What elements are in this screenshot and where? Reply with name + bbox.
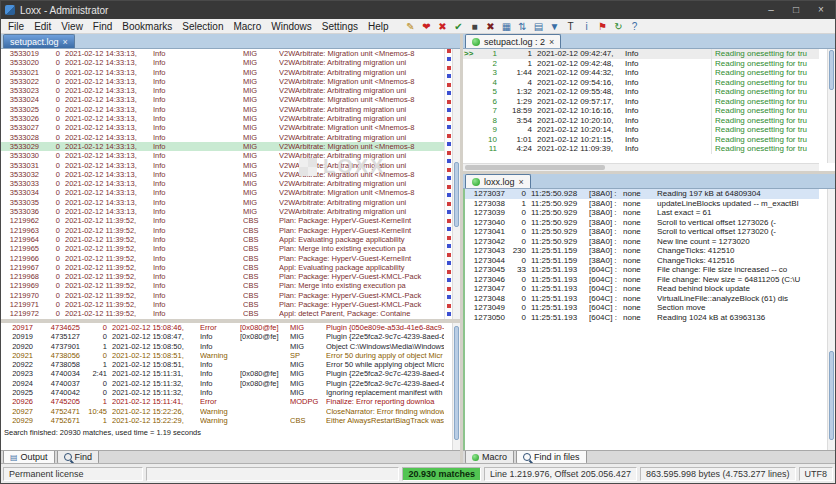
log-row[interactable]: 1219963 0 2021-02-12 11:39:52, Info CBS …: [1, 226, 444, 235]
help-icon[interactable]: ?: [628, 20, 642, 33]
log-row[interactable]: 1219967 0 2021-02-12 11:39:52, Info CBS …: [1, 263, 444, 272]
maximize-button[interactable]: □: [786, 3, 806, 17]
log-row[interactable]: 3533019 0 2021-02-12 14:33:13, Info MIG …: [1, 49, 444, 58]
log-row[interactable]: 4 4 2021-02-12 09:54:16, Info Reading on…: [463, 78, 819, 88]
log-row[interactable]: 1219971 0 2021-02-12 11:39:52, Info CBS …: [1, 300, 444, 309]
log-row[interactable]: 8 3:54 2021-02-12 10:20:10, Info Reading…: [463, 116, 819, 126]
search-result-row[interactable]: 20925 4740042 0 2021-02-12 15:11:32, Inf…: [1, 388, 444, 397]
vertical-scrollbar[interactable]: [827, 49, 835, 163]
log-row[interactable]: 1219964 0 2021-02-12 11:39:52, Info CBS …: [1, 235, 444, 244]
close-x-icon[interactable]: ✖: [436, 20, 450, 33]
log-row[interactable]: 3533024 0 2021-02-12 14:33:13, Info MIG …: [1, 95, 444, 104]
filter-icon[interactable]: ▼: [548, 20, 562, 33]
search-result-row[interactable]: 20922 4738058 1 2021-02-12 15:08:51, Inf…: [1, 360, 444, 369]
log-row[interactable]: 3533022 0 2021-02-12 14:33:13, Info MIG …: [1, 77, 444, 86]
log-row[interactable]: 1273044 0 11:25:51.159 [38A0] : none Cha…: [465, 256, 819, 266]
log-row[interactable]: 1273037 0 11:25:50.928 [38A0] : none Rea…: [465, 189, 819, 199]
log-row[interactable]: 3533028 0 2021-02-12 14:33:13, Info MIG …: [1, 133, 444, 142]
delete-icon[interactable]: ✖: [484, 20, 498, 33]
log-row[interactable]: 1219968 0 2021-02-12 11:39:52, Info CBS …: [1, 272, 444, 281]
log-row[interactable]: 1273041 0 11:25:50.929 [38A0] : none Scr…: [465, 227, 819, 237]
tab-setupact-log-2[interactable]: setupact.log : 2 ×: [465, 34, 561, 48]
minimize-button[interactable]: –: [761, 3, 781, 17]
menu-item[interactable]: Edit: [29, 21, 56, 32]
pencil-icon[interactable]: ✎: [404, 20, 418, 33]
log-row[interactable]: 3533027 0 2021-02-12 14:33:13, Info MIG …: [1, 123, 444, 132]
menu-item[interactable]: Settings: [317, 21, 363, 32]
log-row[interactable]: 1273038 1 11:25:50.929 [38A0] : none upd…: [465, 199, 819, 209]
log-row[interactable]: 3533026 0 2021-02-12 14:33:13, Info MIG …: [1, 114, 444, 123]
menu-item[interactable]: Bookmarks: [117, 21, 177, 32]
status-encoding[interactable]: UTF8: [799, 467, 834, 481]
search-result-row[interactable]: 20919 4735127 0 2021-02-12 15:08:47, Inf…: [1, 332, 444, 341]
log-row[interactable]: 1273047 0 11:25:51.193 [604C] : none Rea…: [465, 284, 819, 294]
search-result-row[interactable]: 20926 4745205 1 2021-02-12 15:11:41, Err…: [1, 397, 444, 406]
log-row[interactable]: 1273039 0 11:25:50.929 [38A0] : none Las…: [465, 208, 819, 218]
search-result-row[interactable]: 20924 4740037 0 2021-02-12 15:11:32, Inf…: [1, 379, 444, 388]
status-matches[interactable]: 20.930 matches: [402, 467, 481, 481]
search-result-row[interactable]: 20927 4752471 10:45 2021-02-12 15:22:26,…: [1, 407, 444, 416]
heart-icon[interactable]: ❤: [420, 20, 434, 33]
grid-icon[interactable]: ▦: [500, 20, 514, 33]
vertical-scrollbar[interactable]: [452, 49, 460, 319]
log-row[interactable]: 3533033 0 2021-02-12 14:33:13, Info MIG …: [1, 179, 444, 188]
menu-item[interactable]: Selection: [177, 21, 228, 32]
log-row[interactable]: 9 4 2021-02-12 10:20:14, Info Reading on…: [463, 125, 819, 135]
scrollbar-thumb[interactable]: [465, 165, 605, 170]
log-row[interactable]: 3533023 0 2021-02-12 14:33:13, Info MIG …: [1, 86, 444, 95]
log-row[interactable]: >> 1 1 2021-02-12 09:42:47, Info Reading…: [463, 49, 819, 59]
rows-icon[interactable]: ▤: [532, 20, 546, 33]
menu-item[interactable]: Help: [363, 21, 394, 32]
log-row[interactable]: 2 1 2021-02-12 09:42:48, Info Reading on…: [463, 59, 819, 69]
log-row[interactable]: 1219965 0 2021-02-12 11:39:52, Info CBS …: [1, 244, 444, 253]
sort-icon[interactable]: ⇅: [516, 20, 530, 33]
log-row[interactable]: 3 1:44 2021-02-12 09:44:32, Info Reading…: [463, 68, 819, 78]
log-row[interactable]: 1273042 0 11:25:50.929 [38A0] : none New…: [465, 237, 819, 247]
log-row[interactable]: 1273050 0 11:25:51.193 [604C] : none Rea…: [465, 313, 819, 323]
log-row[interactable]: 1273043 230 11:25:51.159 [38A0] : none C…: [465, 246, 819, 256]
menu-item[interactable]: Find: [88, 21, 117, 32]
log-row[interactable]: 7 18:59 2021-02-12 10:16:16, Info Readin…: [463, 106, 819, 116]
log-row[interactable]: 1273046 0 11:25:51.193 [604C] : none Fil…: [465, 275, 819, 285]
log-row[interactable]: 3533030 0 2021-02-12 14:33:13, Info MIG …: [1, 151, 444, 160]
search-result-row[interactable]: 20923 4740034 2:41 2021-02-12 15:11:31, …: [1, 369, 444, 378]
log-row[interactable]: 3533031 0 2021-02-12 14:33:13, Info MIG …: [1, 161, 444, 170]
log-row[interactable]: 3533020 0 2021-02-12 14:33:13, Info MIG …: [1, 58, 444, 67]
log-row[interactable]: 1273048 0 11:25:51.193 [604C] : none Vir…: [465, 294, 819, 304]
refresh-icon[interactable]: ↻: [612, 20, 626, 33]
tab-close-icon[interactable]: ×: [519, 177, 524, 187]
text-icon[interactable]: T: [564, 20, 578, 33]
tab-setupact-log[interactable]: setupact.log ×: [3, 34, 75, 48]
log-row[interactable]: 10 1:01 2021-02-12 10:21:15, Info Readin…: [463, 135, 819, 145]
log-row[interactable]: 1273045 33 11:25:51.193 [604C] : none Fi…: [465, 265, 819, 275]
log-row[interactable]: 5 1:32 2021-02-12 09:55:48, Info Reading…: [463, 87, 819, 97]
bookmark-strip[interactable]: [444, 49, 452, 319]
horizontal-scrollbar[interactable]: [463, 163, 819, 171]
tab-close-icon[interactable]: ×: [63, 37, 68, 47]
log-row[interactable]: 1219969 0 2021-02-12 11:39:52, Info CBS …: [1, 281, 444, 290]
log-row[interactable]: 1219962 0 2021-02-12 11:39:52, Info CBS …: [1, 216, 444, 225]
log-row[interactable]: 3533036 0 2021-02-12 14:33:13, Info MIG …: [1, 207, 444, 216]
info-icon[interactable]: i: [580, 20, 594, 33]
log-row[interactable]: 1219966 0 2021-02-12 11:39:52, Info CBS …: [1, 254, 444, 263]
log-row[interactable]: 3533032 0 2021-02-12 14:33:13, Info MIG …: [1, 170, 444, 179]
search-result-row[interactable]: 20920 4737901 1 2021-02-12 15:08:50, Inf…: [1, 342, 444, 351]
search-result-row[interactable]: 20921 4738056 0 2021-02-12 15:08:51, War…: [1, 351, 444, 360]
log-row[interactable]: 6 1:29 2021-02-12 09:57:17, Info Reading…: [463, 97, 819, 107]
menu-item[interactable]: File: [3, 21, 29, 32]
vertical-scrollbar[interactable]: [827, 189, 835, 450]
search-result-row[interactable]: 20929 4752671 1 2021-02-12 15:22:29, War…: [1, 416, 444, 425]
log-row[interactable]: 11 4:24 2021-02-12 11:09:39, Info Readin…: [463, 144, 819, 154]
log-row[interactable]: 1273049 0 11:25:51.193 [604C] : none Sec…: [465, 303, 819, 313]
tab-close-icon[interactable]: ×: [549, 37, 554, 47]
menu-item[interactable]: Windows: [266, 21, 317, 32]
log-row[interactable]: 3533021 0 2021-02-12 14:33:13, Info MIG …: [1, 68, 444, 77]
log-row[interactable]: 1219972 0 2021-02-12 11:39:52, Info CBS …: [1, 309, 444, 318]
log-row[interactable]: 3533025 0 2021-02-12 14:33:13, Info MIG …: [1, 105, 444, 114]
close-button[interactable]: ×: [811, 3, 831, 17]
menu-item[interactable]: Macro: [228, 21, 266, 32]
log-row[interactable]: 3533029 0 2021-02-12 14:33:13, Info MIG …: [1, 142, 444, 151]
menu-item[interactable]: View: [56, 21, 88, 32]
tab-loxx-log[interactable]: loxx.log ×: [465, 174, 531, 188]
vertical-scrollbar[interactable]: [452, 323, 460, 450]
